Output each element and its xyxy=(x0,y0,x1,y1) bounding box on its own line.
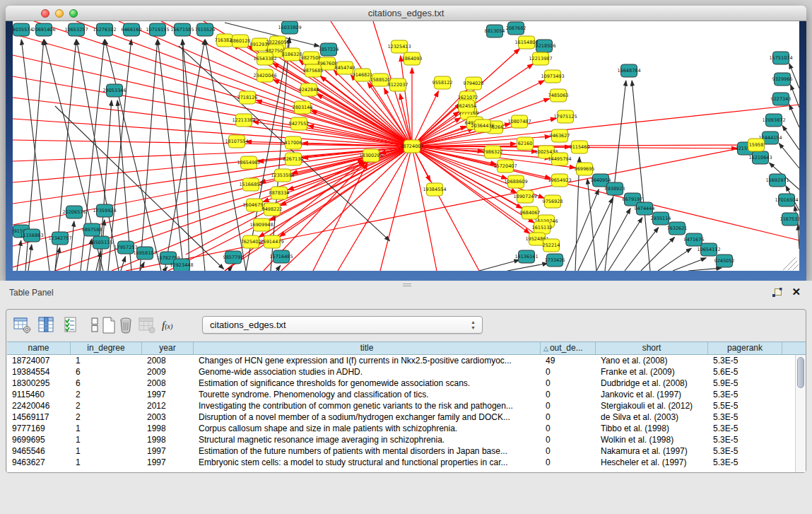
table-row[interactable]: 946554611997Estimation of the future num… xyxy=(7,445,806,457)
graph-node-label: 15751074 xyxy=(769,55,792,61)
table-vertical-scrollbar[interactable] xyxy=(795,355,806,472)
graph-node-label: 15720407 xyxy=(493,163,517,169)
delete-table-icon[interactable] xyxy=(117,316,135,334)
cell-year: 2003 xyxy=(142,411,194,423)
cell-short: Franke et al. (2009) xyxy=(596,366,708,378)
cell-title: Estimation of the future numbers of pati… xyxy=(194,445,541,457)
graph-edge xyxy=(608,218,642,271)
table-select-dropdown[interactable]: citations_edges.txt ▲▼ xyxy=(202,316,483,334)
graph-node-label: 20206576 xyxy=(62,209,86,215)
graph-node-label: 2087682 xyxy=(506,25,526,31)
cell-name: 9465546 xyxy=(7,445,71,457)
graph-edge xyxy=(276,266,281,271)
graph-node-label: 12093872 xyxy=(762,117,785,123)
graph-node-label: 10688609 xyxy=(504,179,527,185)
table-row[interactable]: 1456911722003Disruption of a novel membe… xyxy=(7,411,806,423)
cell-out_de: 0 xyxy=(541,434,596,445)
graph-node-label: 7632621 xyxy=(667,226,688,231)
graph-node-label: 7515526 xyxy=(195,27,216,33)
show-columns-icon[interactable] xyxy=(37,316,56,334)
table-row[interactable]: 969969511998Structural magnetic resonanc… xyxy=(7,434,806,445)
graph-node-label: 9684067 xyxy=(520,210,541,216)
column-header-title[interactable]: title xyxy=(194,342,541,354)
cell-year: 1997 xyxy=(142,457,194,468)
graph-node-label: 10973493 xyxy=(541,74,564,79)
float-panel-icon[interactable] xyxy=(772,288,782,298)
select-columns-checklist-icon[interactable] xyxy=(63,316,81,334)
cell-name: 9115460 xyxy=(7,389,71,400)
cell-out_de: 0 xyxy=(541,423,596,434)
close-panel-icon[interactable]: ✕ xyxy=(792,286,801,298)
cell-short: Wolkin et al. (1998) xyxy=(596,434,708,445)
cell-year: 2008 xyxy=(142,355,194,366)
cell-out_de: 49 xyxy=(541,355,596,366)
cell-out_de: 0 xyxy=(541,445,596,457)
scrollbar-thumb[interactable] xyxy=(797,357,804,388)
function-builder-icon[interactable]: f(x) xyxy=(162,319,180,337)
graph-node-label: 3624554 xyxy=(457,103,477,109)
table-toolbar: f(x) citations_edges.txt ▲▼ xyxy=(6,310,806,341)
cell-short: Tibbo et al. (1998) xyxy=(596,423,708,434)
cell-short: Jankovic et al. (1997) xyxy=(596,389,708,400)
graph-node-label: 9827508 xyxy=(301,55,322,61)
graph-node-label: 417006 xyxy=(285,140,302,146)
graph-node-label: 18654982 xyxy=(237,160,260,165)
cell-short: Hescheler et al. (1997) xyxy=(596,457,708,468)
graph-edge xyxy=(28,245,32,271)
graph-edge xyxy=(673,258,706,271)
graph-node-label: 12342757 xyxy=(48,235,71,241)
graph-node-label: 19384554 xyxy=(423,187,446,192)
network-frame-border: 2403557420691406106532571527610264661601… xyxy=(6,21,806,281)
new-table-icon[interactable] xyxy=(100,316,118,334)
cell-pagerank: 5.3E-5 xyxy=(708,423,782,434)
column-header-out_de[interactable]: △out_de... xyxy=(541,342,596,354)
cell-short: Nakamura et al. (1997) xyxy=(596,445,708,457)
table-settings-icon[interactable] xyxy=(13,316,32,334)
table-row[interactable]: 911546021997Tourette syndrome. Phenomeno… xyxy=(7,389,806,400)
table-row[interactable]: 977716911998Corpus callosum shape and si… xyxy=(7,423,806,434)
table-row[interactable]: 946362711997Embryonic stem cells: a mode… xyxy=(7,457,806,468)
graph-node-label: 12213384 xyxy=(232,117,255,123)
graph-node-label: 8813054 xyxy=(485,28,505,34)
graph-edge xyxy=(13,146,412,204)
graph-node-label: 16914479 xyxy=(260,239,283,245)
cell-name: 9463627 xyxy=(7,457,71,468)
column-header-pagerank[interactable]: pagerank xyxy=(708,342,782,354)
column-header-short[interactable]: short xyxy=(596,342,708,354)
graph-node-label: 9242848 xyxy=(299,87,319,93)
graph-node-label: 15276102 xyxy=(93,27,116,33)
cell-year: 1997 xyxy=(142,389,194,400)
network-window-titlebar[interactable]: citations_edges.txt xyxy=(6,6,806,21)
graph-node-label: 1640954 xyxy=(591,177,611,183)
graph-node-label: 9474444 xyxy=(635,206,655,211)
column-header-in_degree[interactable]: in_degree xyxy=(71,342,142,354)
graph-node-label: 9794028 xyxy=(464,81,484,86)
cell-in_degree: 1 xyxy=(71,423,142,434)
graph-node-label: 9329966 xyxy=(772,76,793,82)
cell-in_degree: 6 xyxy=(71,366,142,378)
graph-node-label: 10719155 xyxy=(146,27,169,33)
graph-node-label: 62160 xyxy=(518,141,533,146)
graph-edge xyxy=(69,221,74,271)
graph-node-label: 1167533 xyxy=(780,216,799,222)
table-row[interactable]: 1938455462009Genome-wide association stu… xyxy=(7,366,806,378)
table-row[interactable]: 1830029562008Estimation of significance … xyxy=(7,378,806,389)
graph-edge xyxy=(13,76,412,146)
cell-short: Yano et al. (2008) xyxy=(596,355,708,366)
table-row[interactable]: 2242004622012Investigating the contribut… xyxy=(7,400,806,411)
graph-node-label: 15692971 xyxy=(765,177,789,183)
dropdown-stepper-icon: ▲▼ xyxy=(471,320,476,331)
graph-node-label: 12213987 xyxy=(529,56,552,62)
cell-name: 9699695 xyxy=(7,434,71,445)
table-row[interactable]: 1872400712008Changes of HCN gene express… xyxy=(7,355,806,366)
network-canvas[interactable]: 2403557420691406106532571527610264661601… xyxy=(13,21,799,271)
column-header-name[interactable]: name xyxy=(7,342,71,354)
cell-in_degree: 2 xyxy=(71,400,142,411)
column-header-year[interactable]: year xyxy=(142,342,194,354)
cell-year: 2008 xyxy=(142,378,194,389)
graph-node-label: 12325413 xyxy=(387,44,411,49)
cell-pagerank: 5.3E-5 xyxy=(708,457,782,468)
cell-title: Genome-wide association studies in ADHD. xyxy=(194,366,541,378)
graph-edge xyxy=(105,40,161,271)
graph-edge xyxy=(108,40,131,271)
